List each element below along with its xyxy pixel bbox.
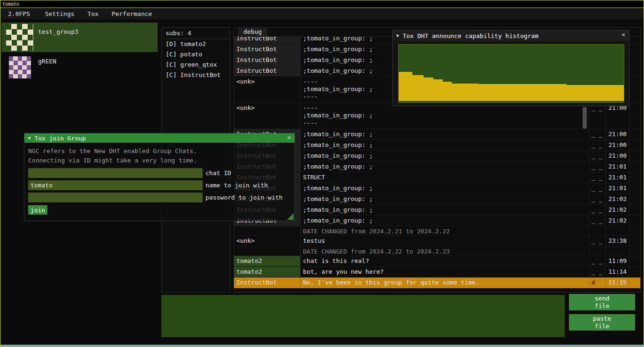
- bottom-resize-border[interactable]: [0, 345, 644, 347]
- scrollbar-thumb[interactable]: [583, 107, 587, 129]
- histogram-titlebar[interactable]: ▼ Tox DHT announce capability histogram …: [393, 31, 629, 41]
- message-time: 21:01: [606, 183, 629, 193]
- fps-counter: 2.0FPS: [4, 10, 34, 17]
- message-text: ;tomato_in_group: ;: [301, 151, 589, 161]
- message-status: [589, 226, 606, 235]
- message-status: _ _: [589, 140, 606, 150]
- join-name-label: name to join with: [205, 182, 268, 189]
- message-status: _ _: [589, 151, 606, 161]
- subs-header: subs: 4: [162, 28, 230, 39]
- app-window: tomato 2.0FPS SettingsToxPerformance tes…: [0, 0, 644, 347]
- message-author: <unk>: [234, 77, 301, 102]
- chat-id-input[interactable]: [28, 168, 203, 178]
- join-password-input[interactable]: [28, 193, 203, 202]
- message-status: _ _: [589, 172, 606, 183]
- message-status: _ _: [589, 256, 606, 266]
- histogram-bar: [452, 84, 479, 101]
- message-text: chat is this real?: [301, 256, 589, 266]
- menu-item-performance[interactable]: Performance: [106, 10, 158, 17]
- close-icon[interactable]: ✕: [621, 31, 625, 38]
- message-status: _ _: [589, 103, 606, 129]
- message-time: 21:00: [606, 103, 629, 129]
- message-time: 11:14: [606, 267, 629, 277]
- paste-file-button[interactable]: paste file: [569, 314, 635, 331]
- message-row[interactable]: tomato2chat is this real?_ _11:09: [234, 256, 640, 267]
- menu-item-tox[interactable]: Tox: [82, 10, 104, 17]
- message-status: _ _: [589, 267, 606, 277]
- collapse-arrow-icon[interactable]: ▼: [396, 33, 399, 38]
- resize-grip[interactable]: [287, 213, 294, 220]
- send-file-button[interactable]: send file: [569, 294, 635, 310]
- date-changed-text: DATE CHANGED from 2024.2.22 to 2024.2.23: [301, 247, 589, 255]
- subs-member[interactable]: [C] potato: [162, 49, 230, 60]
- group-avatar: [6, 24, 33, 51]
- message-text: No, I've been in this group for quite so…: [301, 278, 589, 288]
- join-password-label: password to join with: [205, 194, 282, 201]
- message-time: [606, 226, 629, 235]
- message-text: ;tomato_in_group: ;: [301, 194, 589, 204]
- date-changed-text: DATE CHANGED from 2024.2.21 to 2024.2.22: [301, 226, 589, 235]
- message-status: _ _: [589, 162, 606, 172]
- join-field-row: name to join with: [28, 180, 291, 190]
- collapse-arrow-icon[interactable]: ▼: [28, 136, 30, 140]
- message-text: ;tomato_in_group: ;: [301, 216, 589, 226]
- close-icon[interactable]: ✕: [287, 134, 291, 141]
- message-text: ;tomato_in_group: ;: [301, 205, 589, 215]
- message-row[interactable]: <unk>testus_ _23:38: [234, 236, 640, 247]
- group-item-test_group3[interactable]: test_group3: [1, 23, 158, 52]
- histogram-bar: [412, 75, 424, 101]
- message-time: 21:01: [606, 162, 629, 172]
- chat-id-label: chat ID: [205, 170, 231, 177]
- message-text: STRUCT: [301, 172, 589, 183]
- message-row[interactable]: tomato2bot, are you new here?_ _11:14: [234, 267, 640, 278]
- join-info-line: Connecting via ID might take a very long…: [28, 156, 291, 165]
- histogram-bars: [399, 45, 624, 101]
- message-time: 21:02: [606, 194, 629, 204]
- subs-list: [D] tomato2[C] potato[C] green_qtox[C] I…: [162, 39, 230, 80]
- group-item-gREEN[interactable]: gREEN: [1, 52, 158, 82]
- message-time: 21:02: [606, 216, 629, 226]
- group-name: gREEN: [38, 58, 56, 65]
- message-time: 21:00: [606, 151, 629, 161]
- histogram-bar: [478, 84, 566, 101]
- join-field-row: password to join with: [28, 193, 291, 202]
- join-group-titlebar[interactable]: ▼ Tox join Group ✕: [24, 133, 295, 143]
- message-author: [234, 247, 301, 255]
- window-title: tomato: [2, 1, 19, 7]
- message-author: InstructBot: [234, 278, 301, 288]
- message-text: bot, are you new here?: [301, 267, 589, 277]
- menu-item-settings[interactable]: Settings: [39, 10, 80, 17]
- message-status: [589, 247, 606, 255]
- message-status: _ _: [589, 205, 606, 215]
- join-name-input[interactable]: [28, 180, 203, 190]
- message-time: 21:00: [606, 140, 629, 150]
- message-status: d: [589, 278, 606, 288]
- join-button[interactable]: join: [28, 205, 47, 215]
- message-author: InstructBot: [234, 55, 301, 65]
- message-author: <unk>: [234, 236, 301, 246]
- message-row[interactable]: <unk>---- ;tomato_in_group: ; ----_ _21:…: [234, 103, 640, 129]
- subs-member[interactable]: [C] green_qtox: [162, 60, 230, 70]
- menu-items: SettingsToxPerformance: [39, 10, 159, 17]
- tab-debug[interactable]: debug: [238, 28, 267, 37]
- histogram-bar: [443, 82, 452, 101]
- message-time: 21:01: [606, 172, 629, 183]
- date-separator-row: DATE CHANGED from 2024.2.21 to 2024.2.22: [234, 226, 640, 236]
- histogram-bar: [567, 85, 624, 101]
- message-text: ;tomato_in_group: ;: [301, 129, 589, 139]
- message-row[interactable]: InstructBotNo, I've been in this group f…: [234, 278, 640, 288]
- message-input[interactable]: [161, 295, 565, 337]
- message-author: InstructBot: [234, 37, 301, 44]
- group-avatar: [9, 56, 31, 78]
- message-author: [234, 226, 301, 235]
- message-text: testus: [301, 236, 589, 246]
- join-field-row: chat ID: [28, 168, 291, 178]
- message-time: [606, 247, 629, 255]
- subs-member[interactable]: [C] InstructBot: [162, 70, 230, 80]
- subs-member[interactable]: [D] tomato2: [162, 39, 230, 49]
- message-author: tomato2: [234, 256, 301, 266]
- date-separator-row: DATE CHANGED from 2024.2.22 to 2024.2.23: [234, 247, 640, 256]
- message-text: ;tomato_in_group: ;: [301, 140, 589, 150]
- message-status: _ _: [589, 194, 606, 204]
- message-time: 21:02: [606, 205, 629, 215]
